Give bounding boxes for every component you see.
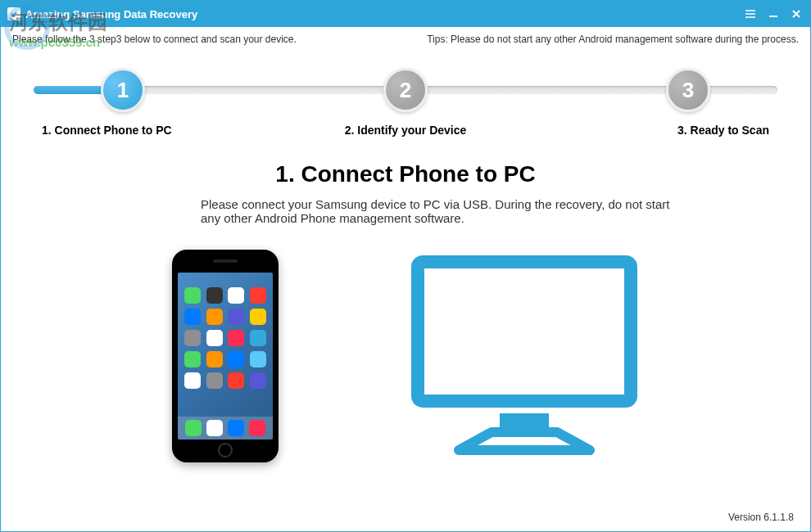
dock-tile (249, 420, 265, 436)
app-tile (184, 351, 201, 367)
app-tile (250, 351, 266, 367)
dock-tile (185, 420, 202, 436)
phone-home-button (218, 443, 233, 458)
app-tile (250, 330, 266, 346)
tips-text: Tips: Please do not start any other Andr… (427, 34, 799, 45)
step-1-label: 1. Connect Phone to PC (42, 124, 282, 137)
app-tile (184, 287, 201, 304)
dock-tile (228, 420, 244, 436)
app-tile (228, 372, 244, 389)
window-controls (743, 7, 804, 21)
app-tile (228, 309, 244, 325)
app-tile (206, 351, 223, 367)
step-labels: 1. Connect Phone to PC 2. Identify your … (42, 124, 769, 137)
minimize-button[interactable] (766, 7, 781, 21)
title-left: Amazing Samsung Data Recovery (7, 7, 197, 20)
app-tile (206, 372, 223, 389)
step-1-num: 1 (117, 78, 129, 103)
phone-screen (178, 273, 273, 440)
step-3-num: 3 (682, 78, 694, 103)
app-tile (250, 309, 266, 325)
app-tile (206, 330, 223, 346)
main-content: 1. Connect Phone to PC Please connect yo… (1, 161, 810, 462)
app-title: Amazing Samsung Data Recovery (25, 8, 197, 20)
phone-speaker (213, 259, 238, 263)
phone-dock (178, 417, 273, 440)
info-bar: Please follow the 3 step3 below to conne… (1, 27, 810, 52)
title-bar: Amazing Samsung Data Recovery (1, 1, 810, 27)
app-tile (228, 287, 244, 304)
step-3-label: 3. Ready to Scan (529, 124, 769, 137)
version-label: Version 6.1.1.8 (728, 512, 794, 523)
pc-illustration (410, 250, 639, 462)
app-tile (250, 287, 266, 304)
step-2-label: 2. Identify your Device (285, 124, 525, 137)
page-title: 1. Connect Phone to PC (42, 161, 769, 187)
monitor-icon (410, 254, 639, 458)
step-3-circle: 3 (666, 68, 710, 112)
close-button[interactable] (789, 7, 804, 21)
app-tile (228, 351, 244, 367)
app-tile (250, 372, 266, 389)
page-description: Please connect your Samsung device to PC… (119, 197, 692, 225)
step-2-num: 2 (400, 78, 411, 103)
app-tile (206, 287, 223, 304)
app-tile (184, 309, 201, 325)
dock-tile (206, 420, 223, 436)
step-1-circle: 1 (101, 68, 145, 112)
menu-icon[interactable] (743, 7, 758, 21)
app-tile (184, 372, 201, 389)
svg-rect-0 (418, 262, 631, 401)
app-icon (7, 7, 20, 20)
phone-app-grid (178, 273, 273, 395)
phone-illustration (172, 250, 279, 462)
app-tile (206, 309, 223, 325)
step-2-circle: 2 (383, 68, 428, 112)
progress-track: 1 2 3 (34, 66, 777, 115)
app-tile (184, 330, 201, 346)
instructions-text: Please follow the 3 step3 below to conne… (12, 34, 297, 45)
devices-row (42, 250, 769, 462)
app-tile (228, 330, 244, 346)
